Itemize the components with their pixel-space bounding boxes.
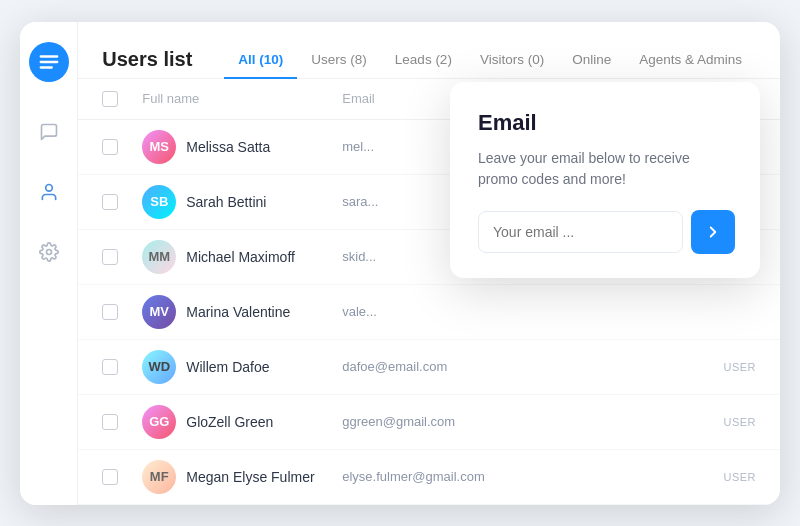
popup-input-row bbox=[478, 210, 732, 254]
avatar: GG bbox=[142, 405, 176, 439]
header: Users list All (10) Users (8) Leads (2) … bbox=[78, 22, 780, 79]
email-cell: dafoe@email.com bbox=[342, 359, 723, 374]
app-container: Users list All (10) Users (8) Leads (2) … bbox=[20, 22, 780, 505]
table-row[interactable]: MF Megan Elyse Fulmer elyse.fulmer@gmail… bbox=[78, 450, 780, 505]
avatar: MV bbox=[142, 295, 176, 329]
row-checkbox[interactable] bbox=[102, 194, 118, 210]
email-cell: ggreen@gmail.com bbox=[342, 414, 723, 429]
role-badge: USER bbox=[723, 471, 756, 483]
popup-description: Leave your email below to receive promo … bbox=[478, 148, 732, 190]
table-row[interactable]: GG GloZell Green ggreen@gmail.com USER bbox=[78, 395, 780, 450]
tab-visitors[interactable]: Visitors (0) bbox=[466, 42, 558, 79]
tab-all[interactable]: All (10) bbox=[224, 42, 297, 79]
user-name: Sarah Bettini bbox=[186, 194, 266, 210]
avatar: MF bbox=[142, 460, 176, 494]
popup-title: Email bbox=[478, 110, 732, 136]
table-row[interactable]: WD Willem Dafoe dafoe@email.com USER bbox=[78, 340, 780, 395]
user-cell: MF Megan Elyse Fulmer bbox=[142, 460, 342, 494]
email-popup: Email Leave your email below to receive … bbox=[450, 82, 760, 278]
role-badge: USER bbox=[723, 361, 756, 373]
logo[interactable] bbox=[29, 42, 69, 82]
user-name: Michael Maximoff bbox=[186, 249, 295, 265]
col-fullname-header: Full name bbox=[142, 91, 342, 106]
user-cell: SB Sarah Bettini bbox=[142, 185, 342, 219]
avatar: WD bbox=[142, 350, 176, 384]
email-cell: vale... bbox=[342, 304, 756, 319]
user-cell: MM Michael Maximoff bbox=[142, 240, 342, 274]
svg-point-3 bbox=[45, 184, 52, 191]
avatar: MS bbox=[142, 130, 176, 164]
avatar: SB bbox=[142, 185, 176, 219]
avatar: MM bbox=[142, 240, 176, 274]
user-name: GloZell Green bbox=[186, 414, 273, 430]
tab-leads[interactable]: Leads (2) bbox=[381, 42, 466, 79]
user-name: Melissa Satta bbox=[186, 139, 270, 155]
row-checkbox[interactable] bbox=[102, 359, 118, 375]
user-name: Marina Valentine bbox=[186, 304, 290, 320]
svg-point-4 bbox=[46, 249, 51, 254]
email-cell: elyse.fulmer@gmail.com bbox=[342, 469, 723, 484]
chat-icon[interactable] bbox=[31, 114, 67, 150]
tab-users[interactable]: Users (8) bbox=[297, 42, 381, 79]
select-all-checkbox[interactable] bbox=[102, 91, 118, 107]
role-badge: USER bbox=[723, 416, 756, 428]
table-row[interactable]: MV Marina Valentine vale... bbox=[78, 285, 780, 340]
tab-agents[interactable]: Agents & Admins bbox=[625, 42, 756, 79]
user-cell: WD Willem Dafoe bbox=[142, 350, 342, 384]
user-cell: MS Melissa Satta bbox=[142, 130, 342, 164]
settings-icon[interactable] bbox=[31, 234, 67, 270]
row-checkbox[interactable] bbox=[102, 414, 118, 430]
user-cell: GG GloZell Green bbox=[142, 405, 342, 439]
page-title: Users list bbox=[102, 48, 192, 71]
row-checkbox[interactable] bbox=[102, 469, 118, 485]
email-input[interactable] bbox=[478, 211, 683, 253]
popup-submit-button[interactable] bbox=[691, 210, 735, 254]
row-checkbox[interactable] bbox=[102, 139, 118, 155]
row-checkbox[interactable] bbox=[102, 249, 118, 265]
user-name: Megan Elyse Fulmer bbox=[186, 469, 314, 485]
user-cell: MV Marina Valentine bbox=[142, 295, 342, 329]
tabs: All (10) Users (8) Leads (2) Visitors (0… bbox=[224, 42, 756, 78]
tab-online[interactable]: Online bbox=[558, 42, 625, 79]
user-name: Willem Dafoe bbox=[186, 359, 269, 375]
sidebar bbox=[20, 22, 78, 505]
row-checkbox[interactable] bbox=[102, 304, 118, 320]
users-icon[interactable] bbox=[31, 174, 67, 210]
